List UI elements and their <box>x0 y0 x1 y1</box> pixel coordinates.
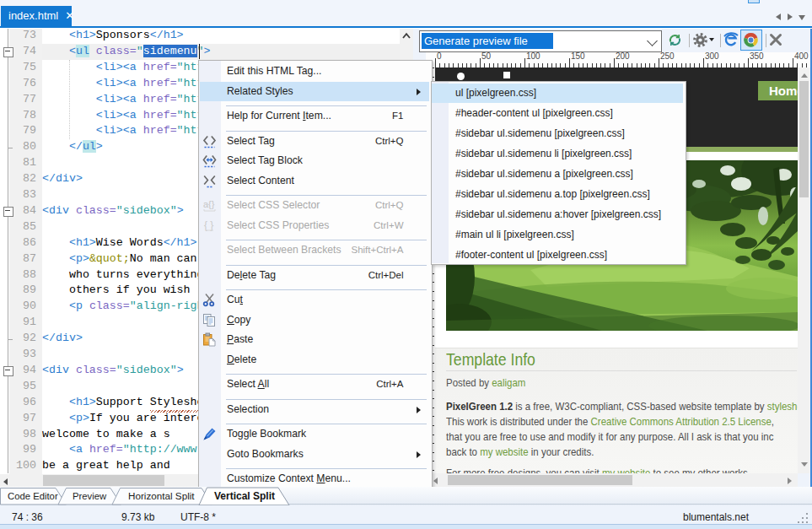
svg-text:Vertical Split: Vertical Split <box>214 490 275 502</box>
svg-text:a{}: a{} <box>203 199 215 209</box>
svg-text:Preview: Preview <box>73 491 107 501</box>
svg-text:{ }: { } <box>204 219 213 231</box>
svg-text:Horizontal Split: Horizontal Split <box>128 490 195 501</box>
svg-text:Code Editor: Code Editor <box>8 491 58 501</box>
